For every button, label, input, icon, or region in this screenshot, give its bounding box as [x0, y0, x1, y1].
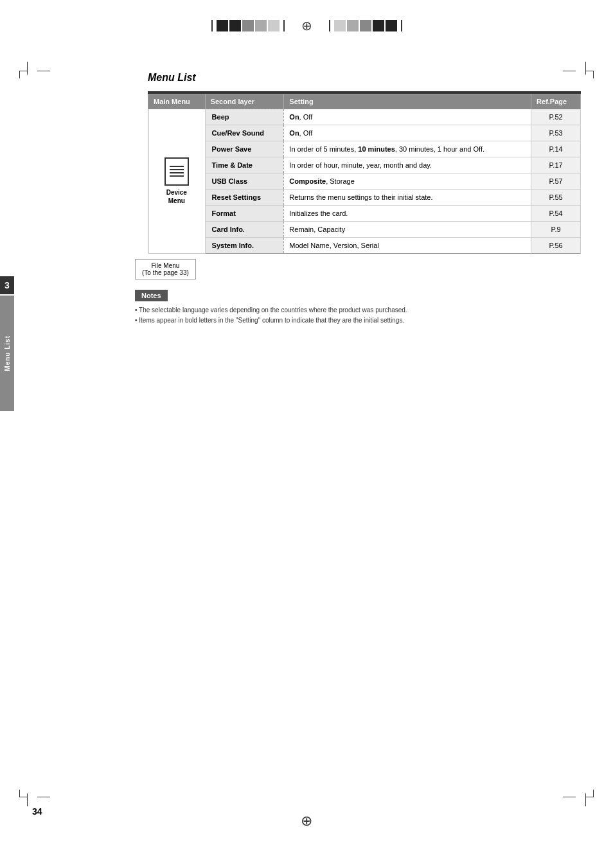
setting-cell: On, Off [284, 125, 531, 141]
ref-page-cell: P.52 [531, 109, 581, 125]
mark-v-tl [27, 62, 28, 75]
bar-blocks-left [217, 20, 280, 31]
mark-v-tr [585, 62, 586, 75]
sidebar-tab-label: Menu List [4, 335, 11, 371]
menu-table: Main Menu Second layer Setting Ref.Page … [148, 94, 581, 254]
setting-cell: Remain, Capacity [284, 222, 531, 238]
table-container: Main Menu Second layer Setting Ref.Page … [148, 94, 581, 254]
note-item: The selectable language varies depending… [135, 305, 581, 315]
setting-cell: Returns the menu settings to their initi… [284, 190, 531, 206]
table-row: FormatInitializes the card.P.54 [148, 206, 581, 222]
mark-tr [563, 71, 576, 71]
table-row: Time & DateIn order of hour, minute, yea… [148, 157, 581, 173]
second-layer-cell: USB Class [205, 173, 284, 190]
main-content: Menu List Main Menu Second layer Setting… [19, 33, 594, 326]
ref-page-cell: P.56 [531, 238, 581, 254]
ref-page-cell: P.14 [531, 141, 581, 157]
col-header-second-layer: Second layer [205, 94, 284, 109]
corner-mark-tl [19, 71, 27, 78]
corner-mark-tr [586, 71, 594, 78]
ref-page-cell: P.55 [531, 190, 581, 206]
setting-cell: Composite, Storage [284, 173, 531, 190]
col-header-setting: Setting [284, 94, 531, 109]
bar-sq-3 [242, 20, 254, 31]
second-layer-cell: Card Info. [205, 222, 284, 238]
note-item: Items appear in bold letters in the "Set… [135, 315, 581, 326]
bar-sq-5 [268, 20, 280, 31]
bar-sq-4 [255, 20, 267, 31]
notes-body: The selectable language varies depending… [135, 305, 581, 326]
ref-page-cell: P.17 [531, 157, 581, 173]
second-layer-cell: Cue/Rev Sound [205, 125, 284, 141]
bar-sq-r3 [360, 20, 371, 31]
bar-sq-r2 [347, 20, 359, 31]
sidebar-tab: Menu List [0, 296, 14, 411]
bar-line-m2 [329, 20, 330, 31]
setting-cell: In order of 5 minutes, 10 minutes, 30 mi… [284, 141, 531, 157]
bar-sq-2 [229, 20, 241, 31]
table-row: DeviceMenu BeepOn, OffP.52 [148, 109, 581, 125]
ref-page-cell: P.54 [531, 206, 581, 222]
table-row: Cue/Rev SoundOn, OffP.53 [148, 125, 581, 141]
table-row: Reset SettingsReturns the menu settings … [148, 190, 581, 206]
corner-mark-bl [19, 790, 27, 797]
setting-cell: On, Off [284, 109, 531, 125]
setting-cell: In order of hour, minute, year, month an… [284, 157, 531, 173]
top-crosshair-icon: ⊕ [301, 18, 312, 33]
mark-br [563, 797, 576, 797]
ref-page-cell: P.53 [531, 125, 581, 141]
table-row: USB ClassComposite, StorageP.57 [148, 173, 581, 190]
table-row: System Info.Model Name, Version, SerialP… [148, 238, 581, 254]
section-title: Menu List [148, 72, 594, 84]
table-row: Card Info.Remain, CapacityP.9 [148, 222, 581, 238]
second-layer-cell: Power Save [205, 141, 284, 157]
file-menu-label: File Menu (To the page 33) [135, 259, 196, 279]
bar-sq-r1 [334, 20, 346, 31]
notes-section: Notes The selectable language varies dep… [135, 290, 581, 326]
mark-bl [37, 797, 50, 797]
bottom-crosshair-icon: ⊕ [301, 813, 312, 829]
file-menu-box: File Menu (To the page 33) [135, 259, 594, 279]
bar-sq-r4 [373, 20, 384, 31]
setting-cell: Model Name, Version, Serial [284, 238, 531, 254]
page-number: 34 [32, 806, 42, 817]
bar-line-m1 [283, 20, 285, 31]
mark-v-br [585, 793, 586, 806]
col-header-main-menu: Main Menu [148, 94, 206, 109]
notes-header: Notes [135, 290, 168, 301]
bar-line-right [401, 20, 402, 31]
corner-mark-br [586, 790, 594, 797]
second-layer-cell: Time & Date [205, 157, 284, 173]
table-header-row: Main Menu Second layer Setting Ref.Page [148, 94, 581, 109]
setting-cell: Initializes the card. [284, 206, 531, 222]
bar-blocks-right [334, 20, 397, 31]
mark-v-bl [27, 793, 28, 806]
table-row: Power SaveIn order of 5 minutes, 10 minu… [148, 141, 581, 157]
chapter-number: 3 [0, 276, 14, 294]
bar-line-left [211, 20, 213, 31]
ref-page-cell: P.57 [531, 173, 581, 190]
second-layer-cell: Beep [205, 109, 284, 125]
second-layer-cell: Format [205, 206, 284, 222]
ref-page-cell: P.9 [531, 222, 581, 238]
bar-sq-r5 [386, 20, 397, 31]
second-layer-cell: System Info. [205, 238, 284, 254]
device-menu-cell: DeviceMenu [148, 109, 206, 254]
mark-tl [37, 71, 50, 71]
bar-sq-1 [217, 20, 228, 31]
second-layer-cell: Reset Settings [205, 190, 284, 206]
col-header-ref-page: Ref.Page [531, 94, 581, 109]
